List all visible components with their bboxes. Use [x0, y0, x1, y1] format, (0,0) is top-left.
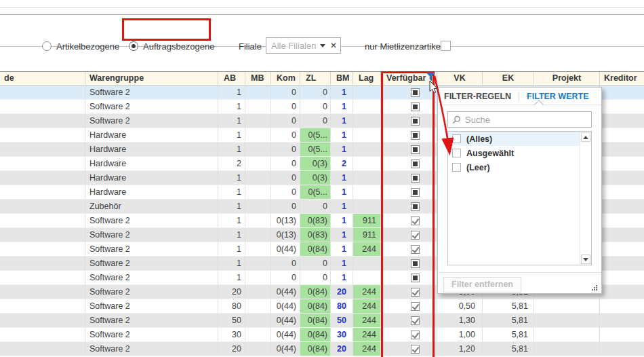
column-header-vk[interactable]: VK: [437, 72, 483, 86]
verfuegbar-checkbox[interactable]: [411, 145, 420, 154]
chevron-down-icon[interactable]: [320, 44, 325, 48]
cell-verfuegbar: [381, 299, 437, 313]
verfuegbar-checkbox[interactable]: [411, 288, 420, 297]
table-row[interactable]: Software 2800(44)0(84)802440,505,81: [0, 299, 644, 314]
cell-kom: 0(44): [271, 242, 300, 256]
filter-search-input[interactable]: [465, 115, 587, 125]
cell-kreditor: [600, 114, 644, 128]
remove-filter-button[interactable]: Filter entfernen: [443, 277, 521, 293]
cell-warengruppe: Software 2: [85, 342, 218, 356]
column-header-projekt[interactable]: Projekt: [534, 72, 600, 86]
resize-grip[interactable]: [592, 285, 598, 291]
table-row[interactable]: Software 2200(44)0(84)202441,205,81: [0, 342, 644, 356]
column-header-verfuegbar[interactable]: Verfügbar: [381, 72, 437, 86]
cell-kunde: [0, 200, 85, 213]
filiale-dropdown[interactable]: Alle Filialen ✕: [266, 37, 341, 54]
cell-kunde: [0, 271, 85, 284]
cell-verfuegbar: [381, 185, 437, 199]
cell-zl: 0(84): [300, 242, 331, 256]
cell-kunde: [0, 314, 85, 327]
cell-zl: 0(83): [300, 228, 331, 242]
filter-value-item[interactable]: Ausgewählt: [448, 146, 580, 160]
cell-lag: 911: [353, 228, 381, 242]
verfuegbar-checkbox[interactable]: [411, 231, 420, 240]
cell-ab: 1: [218, 143, 245, 156]
column-header-warengruppe[interactable]: Warengruppe: [85, 72, 218, 86]
verfuegbar-checkbox[interactable]: [411, 302, 420, 311]
radio-circle-unselected[interactable]: [42, 41, 52, 51]
radio-auftragsbezogene[interactable]: Auftragsbezogene: [129, 39, 215, 53]
radio-circle-selected[interactable]: [129, 41, 138, 51]
column-header-ab[interactable]: AB: [218, 72, 245, 86]
table-row[interactable]: Software 2300(44)0(84)302441,005,81: [0, 328, 644, 342]
column-header-kreditor[interactable]: Kreditor: [600, 72, 644, 86]
cell-bm: 1: [331, 114, 353, 128]
verfuegbar-checkbox[interactable]: [411, 88, 420, 97]
filter-item-checkbox[interactable]: [452, 134, 461, 143]
cell-ab: 20: [218, 342, 245, 356]
column-header-bm[interactable]: BM: [331, 72, 353, 86]
cell-kom: 0: [271, 100, 300, 113]
radio-artikelbezogene[interactable]: Artikelbezogene: [42, 39, 119, 53]
cell-bm: 1: [331, 214, 353, 227]
cell-bm: 80: [331, 299, 353, 313]
cell-bm: 1: [331, 242, 353, 256]
mietlizenz-checkbox[interactable]: [441, 41, 451, 51]
filter-value-item[interactable]: (Alles): [448, 132, 580, 146]
filter-item-checkbox[interactable]: [452, 163, 461, 172]
cell-kreditor: [600, 100, 644, 113]
column-header-kunde[interactable]: de: [0, 72, 85, 86]
list-scrollbar[interactable]: [580, 132, 591, 265]
clear-icon[interactable]: ✕: [330, 41, 337, 50]
cell-ab: 1: [218, 200, 245, 213]
cell-verfuegbar: [381, 100, 437, 113]
verfuegbar-checkbox[interactable]: [411, 217, 420, 225]
secondary-strip: [0, 8, 644, 15]
cell-ab: 50: [218, 314, 245, 327]
filter-search-box[interactable]: [447, 111, 592, 128]
verfuegbar-checkbox[interactable]: [411, 259, 420, 268]
cell-vk: 1,30: [437, 314, 483, 327]
cell-kreditor: [600, 328, 644, 341]
verfuegbar-checkbox[interactable]: [411, 202, 420, 211]
verfuegbar-checkbox[interactable]: [411, 131, 420, 140]
cell-zl: 0(84): [300, 299, 331, 313]
verfuegbar-checkbox[interactable]: [411, 174, 420, 183]
cell-kreditor: [600, 171, 644, 185]
filter-value-item[interactable]: (Leer): [448, 160, 580, 174]
verfuegbar-checkbox[interactable]: [411, 245, 420, 254]
cell-lag: 244: [353, 328, 381, 341]
cell-kom: 0: [271, 128, 300, 142]
column-header-mb[interactable]: MB: [245, 72, 271, 86]
tab-filter-regeln[interactable]: FILTER-REGELN: [444, 92, 511, 101]
filiale-dropdown-value: Alle Filialen: [271, 41, 320, 51]
verfuegbar-checkbox[interactable]: [411, 274, 420, 282]
cell-kom: 0(44): [271, 314, 300, 327]
verfuegbar-checkbox[interactable]: [411, 159, 420, 168]
cell-bm: 1: [331, 200, 353, 213]
cell-ek: 5,81: [483, 299, 534, 313]
cell-bm: 1: [331, 100, 353, 113]
cell-zl: 0(5...: [300, 185, 331, 199]
filter-controlbar: Artikelbezogene Auftragsbezogene Filiale…: [0, 15, 644, 47]
verfuegbar-checkbox[interactable]: [411, 188, 420, 197]
scroll-down-icon[interactable]: [581, 255, 590, 264]
cell-warengruppe: Software 2: [85, 328, 218, 341]
cell-kreditor: [600, 228, 644, 242]
verfuegbar-checkbox[interactable]: [411, 345, 420, 354]
verfuegbar-checkbox[interactable]: [411, 316, 420, 325]
verfuegbar-checkbox[interactable]: [411, 117, 420, 126]
cell-projekt: [534, 299, 600, 313]
column-header-kom[interactable]: Kom: [271, 72, 300, 86]
radio-label: Auftragsbezogene: [143, 41, 215, 52]
verfuegbar-checkbox[interactable]: [411, 102, 420, 111]
filter-item-checkbox[interactable]: [452, 149, 461, 157]
verfuegbar-checkbox[interactable]: [411, 331, 420, 339]
table-row[interactable]: Software 2500(44)0(84)502441,305,81: [0, 314, 644, 328]
cell-ab: 1: [218, 86, 245, 99]
cell-kunde: [0, 114, 85, 128]
column-header-ek[interactable]: EK: [483, 72, 534, 86]
column-header-lag[interactable]: Lag: [353, 72, 381, 86]
column-header-zl[interactable]: ZL: [300, 72, 331, 86]
scroll-up-icon[interactable]: [581, 132, 590, 142]
